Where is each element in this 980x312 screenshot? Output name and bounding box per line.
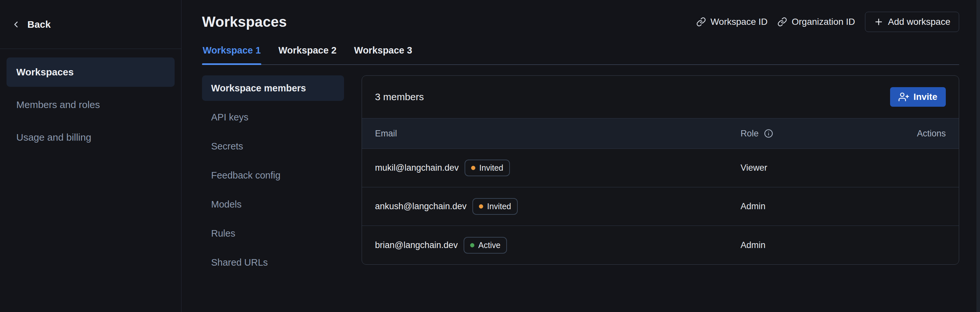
sidebar-item-workspaces[interactable]: Workspaces <box>6 58 175 87</box>
member-email: brian@langchain.dev <box>375 240 458 250</box>
tab-workspace-2[interactable]: Workspace 2 <box>278 40 337 64</box>
sidebar-nav: Workspaces Members and roles Usage and b… <box>0 49 181 164</box>
table-row: ankush@langchain.dev Invited Admin <box>362 187 959 226</box>
back-label: Back <box>27 19 51 30</box>
scrollbar-track[interactable] <box>977 0 980 312</box>
workspace-id-button[interactable]: Workspace ID <box>696 17 768 27</box>
invite-button[interactable]: Invite <box>890 87 946 107</box>
subnav-item-rules[interactable]: Rules <box>202 221 344 246</box>
member-role: Viewer <box>741 163 767 173</box>
subnav-item-api-keys[interactable]: API keys <box>202 104 344 130</box>
table-row: mukil@langchain.dev Invited Viewer <box>362 149 959 187</box>
subnav-item-secrets[interactable]: Secrets <box>202 133 344 159</box>
workspace-content: Workspace members API keys Secrets Feedb… <box>202 75 959 279</box>
page-header: Workspaces Workspace ID Organization ID … <box>202 12 959 32</box>
member-role: Admin <box>741 202 765 211</box>
link-icon <box>696 17 706 27</box>
column-header-actions: Actions <box>894 129 946 139</box>
members-card-header: 3 members Invite <box>362 76 959 118</box>
page-title: Workspaces <box>202 14 287 30</box>
tab-workspace-1[interactable]: Workspace 1 <box>202 40 261 64</box>
sidebar-item-usage-and-billing[interactable]: Usage and billing <box>6 123 175 152</box>
status-label: Invited <box>487 202 511 211</box>
status-label: Active <box>478 240 500 250</box>
settings-sidebar: Back Workspaces Members and roles Usage … <box>0 0 181 312</box>
status-dot-icon <box>479 204 483 208</box>
column-header-email: Email <box>375 129 741 139</box>
member-role: Admin <box>741 240 765 250</box>
link-icon <box>777 17 787 27</box>
members-table-header: Email Role Actions <box>362 118 959 149</box>
member-count: 3 members <box>375 91 424 102</box>
status-badge: Invited <box>473 198 518 215</box>
member-email: ankush@langchain.dev <box>375 202 466 211</box>
info-icon[interactable] <box>764 129 773 138</box>
sidebar-item-members-and-roles[interactable]: Members and roles <box>6 90 175 120</box>
organization-id-label: Organization ID <box>792 17 855 27</box>
subnav-item-feedback-config[interactable]: Feedback config <box>202 163 344 188</box>
column-header-role: Role <box>741 129 894 139</box>
chevron-left-icon <box>11 19 21 29</box>
status-dot-icon <box>471 166 475 170</box>
tab-workspace-3[interactable]: Workspace 3 <box>353 40 413 64</box>
status-badge: Invited <box>465 160 510 176</box>
subnav-item-shared-urls[interactable]: Shared URLs <box>202 250 344 275</box>
sidebar-item-label: Members and roles <box>16 99 100 110</box>
workspace-subnav: Workspace members API keys Secrets Feedb… <box>202 75 344 279</box>
main-content: Workspaces Workspace ID Organization ID … <box>182 0 980 312</box>
status-dot-icon <box>470 243 474 247</box>
add-workspace-button[interactable]: Add workspace <box>865 12 959 32</box>
organization-id-button[interactable]: Organization ID <box>777 17 855 27</box>
member-email: mukil@langchain.dev <box>375 163 459 173</box>
status-label: Invited <box>479 163 503 173</box>
members-card: 3 members Invite Email Role Actions <box>362 75 959 265</box>
back-button[interactable]: Back <box>0 0 181 49</box>
plus-icon <box>874 17 884 27</box>
table-row: brian@langchain.dev Active Admin <box>362 226 959 264</box>
sidebar-item-label: Workspaces <box>16 67 74 78</box>
status-badge: Active <box>464 237 507 254</box>
role-header-label: Role <box>741 129 759 139</box>
subnav-item-models[interactable]: Models <box>202 192 344 217</box>
workspace-tabs: Workspace 1 Workspace 2 Workspace 3 <box>202 40 959 65</box>
invite-label: Invite <box>913 92 937 102</box>
workspace-id-label: Workspace ID <box>711 17 768 27</box>
user-plus-icon <box>899 92 909 102</box>
add-workspace-label: Add workspace <box>888 17 950 27</box>
subnav-item-workspace-members[interactable]: Workspace members <box>202 75 344 101</box>
header-actions: Workspace ID Organization ID Add workspa… <box>696 12 959 32</box>
sidebar-item-label: Usage and billing <box>16 132 91 143</box>
